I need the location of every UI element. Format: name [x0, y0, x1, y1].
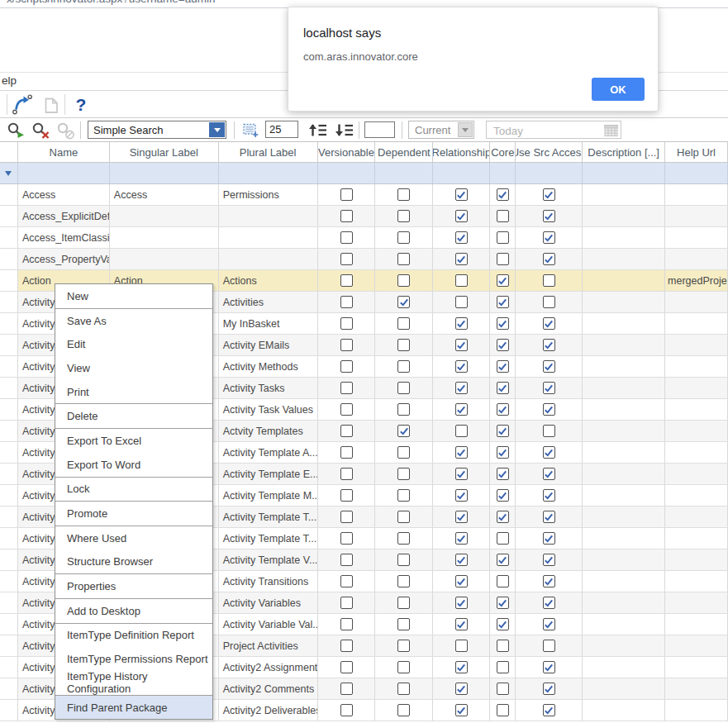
filter-cell[interactable] [490, 163, 516, 183]
table-row[interactable]: AccessAccessPermissions [0, 184, 728, 206]
search-type-value: Simple Search [88, 121, 226, 136]
column-header-versionable[interactable]: Versionable [318, 142, 376, 162]
cell-help-url [665, 206, 728, 226]
row-selector-cell[interactable] [0, 678, 18, 699]
filter-cell[interactable] [219, 163, 318, 183]
search-type-dropdown-button[interactable] [209, 122, 225, 137]
table-row[interactable]: Access_PropertyVal... [0, 249, 728, 270]
menu-item-itemtype-definition-report[interactable]: ItemType Definition Report [55, 624, 212, 648]
filter-cell[interactable] [665, 163, 728, 183]
filter-cell[interactable] [516, 163, 583, 183]
menu-item-print[interactable]: Print [55, 380, 212, 404]
table-row[interactable]: Access_ExplicitDefine [0, 206, 728, 227]
column-header-dependent[interactable]: Dependent [375, 142, 433, 162]
row-selector-cell[interactable] [0, 485, 18, 506]
row-selector-cell[interactable] [0, 292, 18, 312]
cell-description [583, 614, 665, 635]
cell-core [490, 356, 516, 377]
row-selector-cell[interactable] [0, 571, 18, 592]
column-header-core[interactable]: Core [490, 142, 516, 162]
row-selector-cell[interactable] [0, 356, 18, 377]
search-disabled-icon[interactable] [55, 121, 76, 140]
menu-item-edit[interactable]: Edit [55, 332, 212, 356]
row-selector-cell[interactable] [0, 549, 18, 570]
page-size-input[interactable] [265, 121, 298, 138]
filter-cell[interactable] [583, 163, 665, 183]
filter-cell[interactable] [375, 163, 433, 183]
menu-item-save-as[interactable]: Save As [55, 309, 212, 333]
menu-item-new[interactable]: New [55, 284, 212, 308]
menu-item-export-to-excel[interactable]: Export To Excel [55, 429, 212, 453]
menu-item-find-parent-package[interactable]: Find Parent Package [55, 696, 212, 720]
cell-description [583, 571, 665, 592]
row-selector-cell[interactable] [0, 442, 18, 463]
cell-plural-label: Actions [219, 270, 318, 291]
search-clear-icon[interactable] [30, 121, 51, 140]
column-header-use-src-access[interactable]: Use Src Access [516, 142, 583, 162]
menu-item-properties[interactable]: Properties [55, 574, 212, 598]
checkbox-versionable-unchecked [340, 360, 353, 373]
row-selector-cell[interactable] [0, 657, 18, 678]
filter-cell[interactable] [110, 163, 219, 183]
cell-core [490, 571, 516, 592]
row-selector-cell[interactable] [0, 635, 18, 656]
menu-item-lock[interactable]: Lock [55, 478, 212, 502]
row-selector-cell[interactable] [0, 335, 18, 355]
filter-dropdown-icon[interactable] [5, 171, 12, 176]
filter-cell[interactable] [318, 163, 376, 183]
menu-item-itemtype-permissions-report[interactable]: ItemType Permissions Report [55, 647, 212, 671]
curved-arrow-icon[interactable] [10, 93, 33, 116]
menu-item-delete[interactable]: Delete [55, 404, 212, 428]
filter-cell[interactable] [18, 163, 110, 183]
row-selector-cell[interactable] [0, 592, 18, 613]
row-selector-cell[interactable] [0, 206, 18, 226]
clipboard-icon[interactable] [40, 93, 63, 116]
checkbox-relationship-checked [455, 554, 468, 566]
row-selector-cell[interactable] [0, 270, 18, 291]
table-row[interactable]: Access_ItemClassifi... [0, 227, 728, 249]
row-selector-cell[interactable] [0, 313, 18, 334]
column-header-description[interactable]: Description [...] [583, 142, 665, 162]
menu-help[interactable]: elp [2, 74, 17, 87]
column-header-relationship[interactable]: Relationship [433, 142, 490, 162]
row-selector-cell[interactable] [0, 614, 18, 635]
menu-item-promote[interactable]: Promote [55, 502, 212, 526]
column-header-plural-label[interactable]: Plural Label [219, 142, 318, 162]
filter-menu-cell[interactable] [0, 163, 18, 183]
row-selector-cell[interactable] [0, 249, 18, 269]
max-records-input[interactable] [364, 121, 395, 138]
column-header-singular-label[interactable]: Singular Label [110, 142, 219, 162]
search-run-icon[interactable] [5, 121, 26, 140]
column-header-help-url[interactable]: Help Url [665, 142, 728, 162]
dialog-ok-button[interactable]: OK [592, 78, 645, 101]
menu-item-structure-browser[interactable]: Structure Browser [55, 550, 212, 574]
menu-item-where-used[interactable]: Where Used [55, 526, 212, 550]
select-pages-icon[interactable] [240, 121, 261, 140]
checkbox-relationship-checked [455, 446, 468, 459]
menu-item-export-to-word[interactable]: Export To Word [55, 453, 212, 477]
version-filter-select[interactable]: Current [408, 121, 474, 139]
effective-date-field[interactable] [486, 121, 621, 139]
row-selector-cell[interactable] [0, 378, 18, 398]
filter-cell[interactable] [433, 163, 490, 183]
row-selector-cell[interactable] [0, 700, 18, 721]
search-type-select[interactable]: Simple Search [88, 121, 226, 139]
row-selector-cell[interactable] [0, 399, 18, 420]
menu-item-view[interactable]: View [55, 356, 212, 380]
version-filter-dropdown-button[interactable] [458, 122, 473, 137]
cell-core [490, 206, 516, 226]
row-selector-cell[interactable] [0, 464, 18, 484]
column-header-name[interactable]: Name [18, 142, 110, 162]
row-selector-cell[interactable] [0, 528, 18, 549]
row-selector-cell[interactable] [0, 227, 18, 248]
effective-date-input[interactable] [492, 122, 602, 139]
sort-ascending-icon[interactable] [307, 121, 328, 140]
row-selector-cell[interactable] [0, 184, 18, 205]
row-selector-cell[interactable] [0, 421, 18, 441]
menu-item-add-to-desktop[interactable]: Add to Desktop [55, 599, 212, 623]
sort-descending-icon[interactable] [333, 121, 354, 140]
help-question-icon[interactable]: ? [69, 93, 93, 116]
row-selector-cell[interactable] [0, 507, 18, 527]
menu-item-itemtype-history-configuration[interactable]: ItemType History Configuration [55, 671, 212, 695]
calendar-icon[interactable] [604, 124, 618, 140]
